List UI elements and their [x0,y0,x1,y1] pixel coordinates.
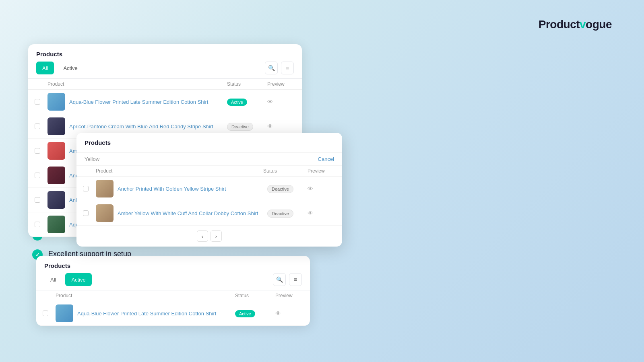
search-icon[interactable]: 🔍 [265,62,278,74]
product-thumbnail [96,180,114,197]
status-cell: Active [235,310,275,317]
product-info: Anchor Printed With Golden Yellow Stripe… [96,180,267,197]
main-panel-title: Products [28,44,302,58]
bottom-search-icon[interactable]: 🔍 [273,273,286,286]
product-thumbnail [47,167,65,184]
status-badge: Active [227,99,247,106]
product-thumbnail [56,304,73,322]
bottom-tab-active[interactable]: Active [65,273,91,286]
preview-cell: 👁 [308,210,336,217]
product-link[interactable]: Anchor Printed With Golden Yellow Stripe… [118,186,226,192]
products-modal: Products Yellow Cancel Product Status Pr… [76,133,342,247]
modal-checkbox-col [83,168,96,174]
modal-product-col: Product [96,168,263,174]
product-col-header: Product [47,81,227,87]
tab-active[interactable]: Active [57,62,83,74]
eye-icon[interactable]: 👁 [267,123,273,130]
row-checkbox[interactable] [83,186,89,191]
logo-text-part1: Product [539,18,580,31]
status-col-header: Status [227,81,267,87]
btm-status-col: Status [235,293,275,298]
row-checkbox[interactable] [35,99,40,105]
status-cell: Deactive [227,123,267,130]
product-info: Amber Yellow With White Cuff And Collar … [96,204,267,222]
checkbox-col [35,81,47,87]
btm-preview-col: Preview [275,293,303,298]
table-row[interactable]: Aqua-Blue Flower Printed Late Summer Edi… [28,90,302,114]
product-link[interactable]: Aqua-Blue Flower Printed Late Summer Edi… [69,99,208,105]
product-thumbnail [47,93,65,111]
tab-all[interactable]: All [36,62,54,74]
preview-cell: 👁 [267,123,295,130]
modal-cancel-button[interactable]: Cancel [318,156,334,162]
status-badge: Deactive [267,185,293,193]
row-checkbox[interactable] [35,148,40,154]
row-checkbox[interactable] [43,311,48,316]
bottom-panel-tabs[interactable]: All Active 🔍 ≡ [36,269,310,290]
table-row[interactable]: Anchor Printed With Golden Yellow Stripe… [76,177,342,201]
modal-title: Products [85,139,111,146]
table-row[interactable]: Amber Yellow With White Cuff And Collar … [76,201,342,226]
product-link[interactable]: Aqua-Blue Flower Printed Late Summer Edi… [77,311,216,317]
product-link[interactable]: Amber Yellow With White Cuff And Collar … [118,210,258,216]
eye-icon[interactable]: 👁 [308,210,313,216]
product-thumbnail [47,117,65,135]
modal-header: Products [76,133,342,153]
logo: Productvogue [539,18,612,31]
next-page-button[interactable]: › [211,230,222,242]
bottom-products-panel: Products All Active 🔍 ≡ Product Status P… [36,256,310,326]
bottom-panel-title: Products [36,256,310,269]
bottom-tab-all[interactable]: All [44,273,62,286]
modal-search-text: Yellow [85,156,99,162]
product-thumbnail [47,142,65,160]
product-thumbnail [96,204,114,222]
preview-col-header: Preview [267,81,295,87]
row-checkbox[interactable] [35,123,40,129]
product-thumbnail [47,191,65,209]
main-table-header: Product Status Preview [28,79,302,90]
filter-icon[interactable]: ≡ [281,62,294,74]
eye-icon[interactable]: 👁 [308,185,313,192]
status-cell: Active [227,98,267,105]
modal-preview-col: Preview [308,168,336,174]
row-checkbox[interactable] [83,210,89,216]
bottom-table-header: Product Status Preview [36,290,310,301]
btm-product-col: Product [56,293,235,298]
modal-table-header: Product Status Preview [76,166,342,177]
product-link[interactable]: Apricot-Pantone Cream With Blue And Red … [69,123,213,130]
bottom-filter-icon[interactable]: ≡ [289,273,302,286]
bottom-table-body: Aqua-Blue Flower Printed Late Summer Edi… [36,301,310,326]
product-thumbnail [47,216,65,233]
row-checkbox[interactable] [35,222,40,227]
status-cell: Deactive [267,185,308,192]
prev-page-button[interactable]: ‹ [197,230,208,242]
product-info: Aqua-Blue Flower Printed Late Summer Edi… [47,93,227,111]
btm-checkbox-col [43,293,56,298]
row-checkbox[interactable] [35,197,40,203]
modal-table-body: Anchor Printed With Golden Yellow Stripe… [76,177,342,226]
preview-cell: 👁 [267,98,295,105]
logo-v-icon: v [580,18,586,31]
product-info: Aqua-Blue Flower Printed Late Summer Edi… [56,304,235,322]
status-cell: Deactive [267,210,308,217]
row-checkbox[interactable] [35,173,40,178]
preview-cell: 👁 [275,310,303,317]
table-row[interactable]: Aqua-Blue Flower Printed Late Summer Edi… [36,301,310,326]
main-panel-tabs[interactable]: All Active 🔍 ≡ [28,58,302,79]
eye-icon[interactable]: 👁 [275,310,281,317]
logo-text-part2: ogue [586,18,612,31]
modal-search-bar: Yellow Cancel [76,153,342,166]
modal-status-col: Status [263,168,308,174]
eye-icon[interactable]: 👁 [267,99,273,105]
modal-pagination: ‹ › [76,226,342,247]
status-badge: Deactive [227,123,253,131]
status-badge: Active [235,310,255,317]
status-badge: Deactive [267,210,293,218]
preview-cell: 👁 [308,185,336,192]
